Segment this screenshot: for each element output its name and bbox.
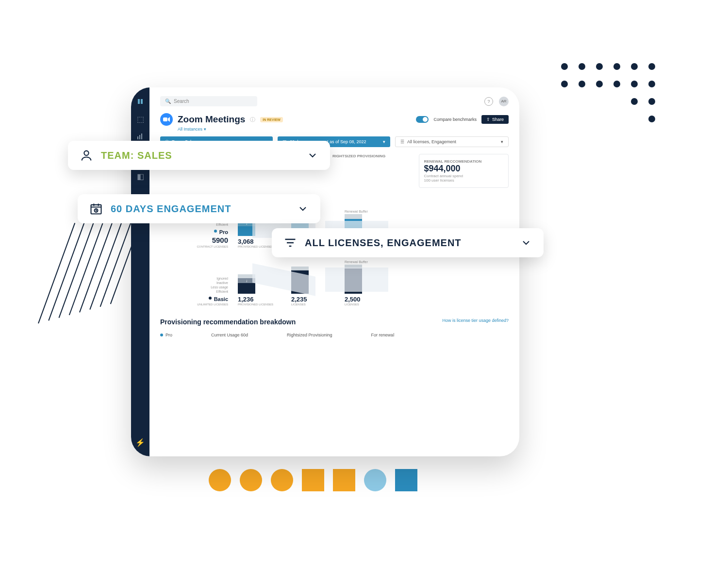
share-button[interactable]: ⇪Share <box>481 115 509 124</box>
nav-plug-icon[interactable]: ⚡ <box>136 438 145 447</box>
svg-rect-2 <box>137 136 138 139</box>
person-icon <box>80 149 93 162</box>
status-badge: IN REVIEW <box>260 117 283 122</box>
user-avatar[interactable]: AR <box>499 97 509 106</box>
svg-point-10 <box>84 151 88 155</box>
svg-rect-1 <box>141 99 143 104</box>
callout-label: TEAM: SALES <box>101 150 172 161</box>
tier-row-basic: Ignored Inactive Less usage Efficient Ba… <box>160 260 509 306</box>
filter-icon: ☰ <box>400 139 404 144</box>
logo-icon <box>136 97 145 106</box>
svg-rect-0 <box>138 99 140 104</box>
search-icon: 🔍 <box>165 99 171 104</box>
callout-label: ALL LICENSES, ENGAGEMENT <box>305 237 462 249</box>
tier-name: Basic <box>214 296 228 302</box>
svg-rect-4 <box>141 134 142 139</box>
renewal-label: RENEWAL RECCOMENDATION <box>424 159 504 164</box>
renewal-sub2: 100 user licenses <box>424 178 504 183</box>
metric-rightsized-label: RIGHTSIZED PROVISIONING <box>332 154 412 158</box>
filter-lines-icon <box>283 236 297 250</box>
renewal-sub1: Contract annual spend <box>424 174 504 178</box>
chevron-down-icon <box>307 150 318 161</box>
calendar-icon <box>89 202 103 216</box>
svg-rect-9 <box>163 117 167 121</box>
help-icon[interactable]: ? <box>484 97 493 106</box>
search-placeholder: Search <box>174 99 189 104</box>
decoration-shapes <box>209 469 417 491</box>
chevron-down-icon <box>297 203 309 215</box>
usage-definition-link[interactable]: How is license tier usage defined? <box>442 318 509 323</box>
callout-days[interactable]: 60 DAYS ENGAGEMENT <box>78 194 320 223</box>
compare-label: Compare benchmarks <box>433 117 477 122</box>
nav-item-icon[interactable]: ◧ <box>136 172 145 181</box>
compare-toggle[interactable] <box>416 116 429 123</box>
decoration-dots <box>561 63 655 122</box>
callout-label: 60 DAYS ENGAGEMENT <box>111 203 231 215</box>
info-icon[interactable]: ⓘ <box>250 116 255 123</box>
page-title: Zoom Meetings <box>178 114 245 125</box>
share-icon: ⇪ <box>486 117 490 122</box>
callout-licenses[interactable]: ALL LICENSES, ENGAGEMENT <box>272 228 544 257</box>
app-logo-icon <box>160 113 173 126</box>
filter-licenses[interactable]: ☰All licenses, Engagement▾ <box>395 136 509 147</box>
renewal-card: RENEWAL RECCOMENDATION $944,000 Contract… <box>419 154 509 188</box>
svg-rect-3 <box>139 135 140 139</box>
callout-team[interactable]: TEAM: SALES <box>68 141 330 170</box>
nav-analytics-icon[interactable] <box>136 132 145 141</box>
search-input[interactable]: 🔍 Search <box>160 96 257 106</box>
instances-link[interactable]: All Instances ▾ <box>178 127 509 132</box>
nav-home-icon[interactable]: ⬚ <box>136 115 145 123</box>
tier-contract-value: 5900 <box>212 236 228 244</box>
tier-name: Pro <box>219 229 228 235</box>
chevron-down-icon <box>520 237 532 249</box>
renewal-value: $944,000 <box>424 164 504 174</box>
